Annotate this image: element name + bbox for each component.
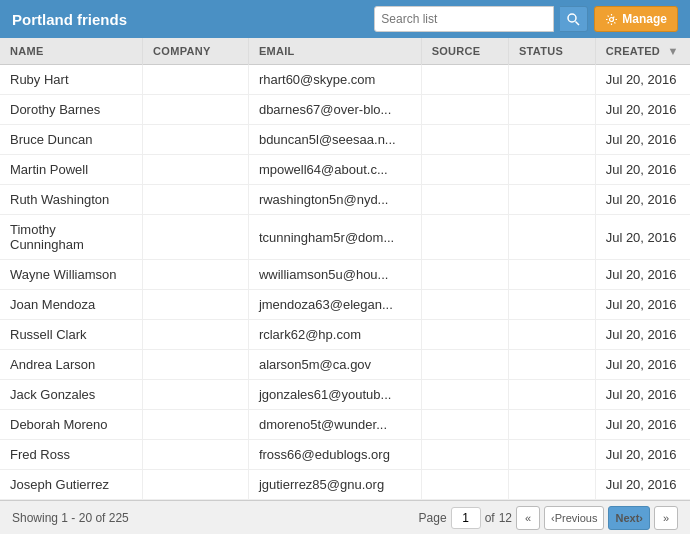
cell-status [508, 65, 595, 95]
cell-email: rwashington5n@nyd... [248, 185, 421, 215]
col-header-status[interactable]: STATUS [508, 38, 595, 65]
cell-name: Martin Powell [0, 155, 143, 185]
cell-source [421, 440, 508, 470]
cell-source [421, 155, 508, 185]
cell-name: Ruby Hart [0, 65, 143, 95]
header-controls: Manage [374, 6, 678, 32]
table-row[interactable]: Ruth Washingtonrwashington5n@nyd...Jul 2… [0, 185, 690, 215]
cell-email: tcunningham5r@dom... [248, 215, 421, 260]
page-total: 12 [499, 511, 512, 525]
cell-company [143, 185, 249, 215]
cell-source [421, 95, 508, 125]
cell-status [508, 125, 595, 155]
table-row[interactable]: Martin Powellmpowell64@about.c...Jul 20,… [0, 155, 690, 185]
cell-source [421, 350, 508, 380]
cell-email: mpowell64@about.c... [248, 155, 421, 185]
cell-source [421, 290, 508, 320]
cell-source [421, 125, 508, 155]
last-page-icon: » [663, 512, 669, 524]
cell-source [421, 65, 508, 95]
col-header-source[interactable]: SOURCE [421, 38, 508, 65]
sort-icon: ▼ [667, 45, 678, 57]
cell-name: Bruce Duncan [0, 125, 143, 155]
cell-email: jgutierrez85@gnu.org [248, 470, 421, 500]
cell-status [508, 380, 595, 410]
cell-company [143, 260, 249, 290]
cell-email: dbarnes67@over-blo... [248, 95, 421, 125]
last-page-button[interactable]: » [654, 506, 678, 530]
cell-status [508, 155, 595, 185]
cell-status [508, 440, 595, 470]
cell-company [143, 155, 249, 185]
cell-email: rhart60@skype.com [248, 65, 421, 95]
table-row[interactable]: Joseph Gutierrezjgutierrez85@gnu.orgJul … [0, 470, 690, 500]
cell-source [421, 380, 508, 410]
gear-icon [605, 13, 618, 26]
cell-name: Timothy Cunningham [0, 215, 143, 260]
cell-created: Jul 20, 2016 [595, 440, 690, 470]
next-page-label: Next [615, 512, 639, 524]
cell-source [421, 470, 508, 500]
cell-name: Russell Clark [0, 320, 143, 350]
col-header-email[interactable]: EMAIL [248, 38, 421, 65]
cell-name: Joseph Gutierrez [0, 470, 143, 500]
table-row[interactable]: Andrea Larsonalarson5m@ca.govJul 20, 201… [0, 350, 690, 380]
col-header-company[interactable]: COMPANY [143, 38, 249, 65]
manage-label: Manage [622, 12, 667, 26]
cell-status [508, 320, 595, 350]
cell-company [143, 125, 249, 155]
table-row[interactable]: Russell Clarkrclark62@hp.comJul 20, 2016 [0, 320, 690, 350]
prev-page-button[interactable]: ‹ Previous [544, 506, 604, 530]
cell-status [508, 470, 595, 500]
col-header-name[interactable]: NAME [0, 38, 143, 65]
table-row[interactable]: Fred Rossfross66@edublogs.orgJul 20, 201… [0, 440, 690, 470]
cell-company [143, 290, 249, 320]
table-row[interactable]: Dorothy Barnesdbarnes67@over-blo...Jul 2… [0, 95, 690, 125]
cell-created: Jul 20, 2016 [595, 320, 690, 350]
cell-created: Jul 20, 2016 [595, 380, 690, 410]
table-row[interactable]: Bruce Duncanbduncan5l@seesaa.n...Jul 20,… [0, 125, 690, 155]
page-label: Page [419, 511, 447, 525]
cell-name: Deborah Moreno [0, 410, 143, 440]
table-row[interactable]: Jack Gonzalesjgonzales61@youtub...Jul 20… [0, 380, 690, 410]
cell-company [143, 65, 249, 95]
svg-point-0 [568, 14, 576, 22]
table-row[interactable]: Deborah Morenodmoreno5t@wunder...Jul 20,… [0, 410, 690, 440]
header: Portland friends Manage [0, 0, 690, 38]
cell-created: Jul 20, 2016 [595, 155, 690, 185]
table-row[interactable]: Joan Mendozajmendoza63@elegan...Jul 20, … [0, 290, 690, 320]
cell-name: Jack Gonzales [0, 380, 143, 410]
cell-name: Dorothy Barnes [0, 95, 143, 125]
cell-source [421, 410, 508, 440]
prev-page-label: Previous [555, 512, 598, 524]
cell-status [508, 290, 595, 320]
table-row[interactable]: Wayne Williamsonwwilliamson5u@hou...Jul … [0, 260, 690, 290]
manage-button[interactable]: Manage [594, 6, 678, 32]
cell-created: Jul 20, 2016 [595, 350, 690, 380]
cell-source [421, 260, 508, 290]
cell-status [508, 350, 595, 380]
table-row[interactable]: Timothy Cunninghamtcunningham5r@dom...Ju… [0, 215, 690, 260]
cell-created: Jul 20, 2016 [595, 410, 690, 440]
cell-email: rclark62@hp.com [248, 320, 421, 350]
table-row[interactable]: Ruby Hartrhart60@skype.comJul 20, 2016 [0, 65, 690, 95]
first-page-button[interactable]: « [516, 506, 540, 530]
cell-name: Andrea Larson [0, 350, 143, 380]
cell-status [508, 215, 595, 260]
cell-email: jmendoza63@elegan... [248, 290, 421, 320]
next-page-button[interactable]: Next › [608, 506, 650, 530]
cell-created: Jul 20, 2016 [595, 260, 690, 290]
cell-company [143, 410, 249, 440]
cell-created: Jul 20, 2016 [595, 95, 690, 125]
footer: Showing 1 - 20 of 225 Page of 12 « ‹ Pre… [0, 500, 690, 534]
col-header-created[interactable]: CREATED ▼ [595, 38, 690, 65]
page-input[interactable] [451, 507, 481, 529]
svg-line-1 [576, 21, 580, 25]
cell-source [421, 185, 508, 215]
search-input[interactable] [374, 6, 554, 32]
cell-company [143, 320, 249, 350]
cell-email: bduncan5l@seesaa.n... [248, 125, 421, 155]
cell-created: Jul 20, 2016 [595, 290, 690, 320]
search-button[interactable] [560, 6, 588, 32]
pagination: Page of 12 « ‹ Previous Next › » [419, 506, 678, 530]
